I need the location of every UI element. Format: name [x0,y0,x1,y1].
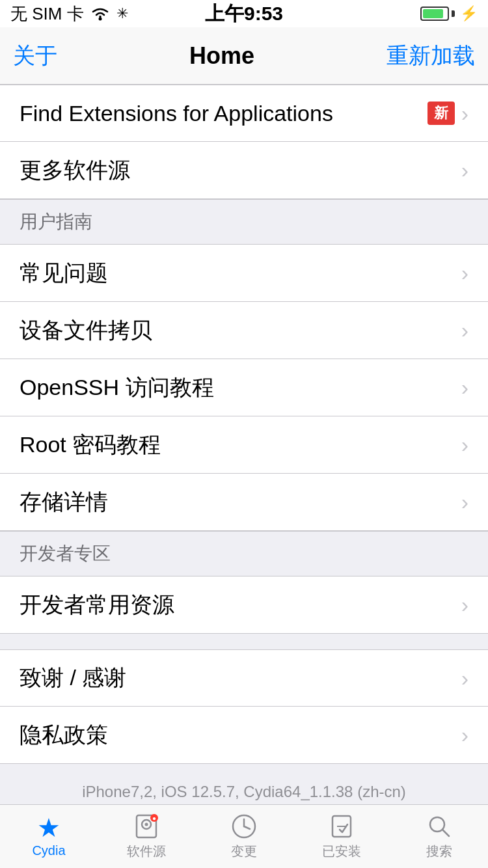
svg-line-12 [442,830,449,836]
tab-cydia-label: Cydia [32,843,65,858]
installed-icon [328,813,355,840]
tab-installed-label: 已安装 [322,843,361,860]
tab-changes[interactable]: 变更 [202,813,286,860]
tab-sources[interactable]: ● 软件源 [104,813,189,860]
footer-line1: iPhone7,2, iOS 12.5.7, Cydia64_1.1.38 (z… [13,780,475,804]
row-openssh[interactable]: OpenSSH 访问教程 › [0,359,488,416]
nav-title: Home [189,42,254,70]
clock-icon [230,813,258,840]
chevron-icon: › [461,666,468,691]
carrier-label: 无 SIM 卡 [10,3,84,25]
sources-icon: ● [133,813,160,840]
svg-text:●: ● [152,815,156,822]
svg-point-0 [98,18,102,21]
star-icon: ★ [37,815,61,841]
row-developer-resources[interactable]: 开发者常用资源 › [0,576,488,634]
tab-changes-label: 变更 [231,843,257,860]
row-privacy[interactable]: 隐私政策 › [0,707,488,764]
chevron-icon: › [461,722,468,748]
battery-icon [420,7,455,21]
search-icon [426,813,453,840]
row-faq[interactable]: 常见问题 › [0,245,488,302]
tab-bar: ★ Cydia ● 软件源 变更 已安装 [0,804,488,868]
section-header-user-guide: 用户指南 [0,199,488,245]
chevron-icon: › [461,489,468,515]
tab-cydia[interactable]: ★ Cydia [7,815,91,858]
row-find-extensions[interactable]: Find Extensions for Applications 新 › [0,85,488,142]
status-right: ⚡ [420,5,478,22]
row-credits[interactable]: 致谢 / 感谢 › [0,649,488,707]
content-area: Find Extensions for Applications 新 › 更多软… [0,85,488,868]
section-user-guide: 用户指南 常见问题 › 设备文件拷贝 › OpenSSH 访问教程 › Root… [0,199,488,531]
wifi-icon [90,7,110,21]
chevron-icon: › [461,375,468,400]
section-top: Find Extensions for Applications 新 › 更多软… [0,85,488,199]
status-bar: 无 SIM 卡 ✳ 上午9:53 ⚡ [0,0,488,27]
about-button[interactable]: 关于 [13,41,57,71]
nav-bar: 关于 Home 重新加载 [0,27,488,85]
chevron-icon: › [461,432,468,457]
row-more-sources[interactable]: 更多软件源 › [0,142,488,199]
status-left: 无 SIM 卡 ✳ [10,3,128,25]
chevron-icon: › [461,260,468,286]
tab-search-label: 搜索 [426,843,452,860]
chevron-icon: › [461,318,468,343]
charging-icon: ⚡ [460,5,478,22]
chevron-icon: › [461,592,468,617]
chevron-icon: › [461,157,468,183]
tab-installed[interactable]: 已安装 [299,813,384,860]
row-storage[interactable]: 存储详情 › [0,474,488,531]
status-time: 上午9:53 [205,1,283,27]
section-developer: 开发者专区 开发者常用资源 › [0,531,488,634]
section-header-developer: 开发者专区 [0,531,488,576]
row-file-copy[interactable]: 设备文件拷贝 › [0,302,488,359]
svg-point-3 [145,823,148,826]
tab-search[interactable]: 搜索 [397,813,481,860]
chevron-icon: › [461,101,468,126]
row-root-password[interactable]: Root 密码教程 › [0,416,488,474]
svg-line-8 [244,826,250,829]
reload-button[interactable]: 重新加载 [386,41,475,71]
badge-new: 新 [427,102,455,125]
section-misc: 致谢 / 感谢 › 隐私政策 › [0,649,488,764]
tab-sources-label: 软件源 [127,843,166,860]
signal-icon: ✳ [116,5,128,22]
